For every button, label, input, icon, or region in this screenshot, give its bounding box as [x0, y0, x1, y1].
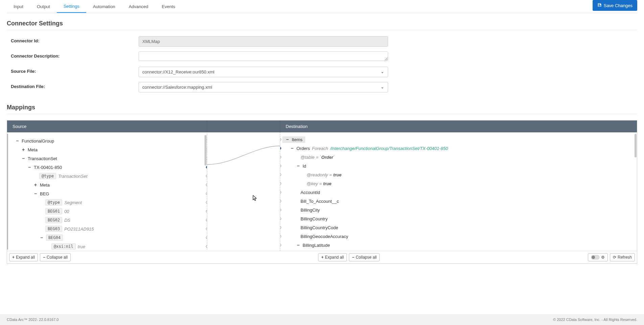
- tab-settings[interactable]: Settings: [57, 0, 86, 13]
- mapping-connector-area: [207, 132, 280, 251]
- save-label: Save Changes: [604, 3, 633, 8]
- source-header: Source: [7, 121, 207, 132]
- collapse-icon[interactable]: [296, 164, 301, 168]
- attr-type-value: TransactionSet: [58, 174, 87, 179]
- expand-all-dst-button[interactable]: +Expand all: [318, 253, 347, 261]
- collapse-all-dst-button[interactable]: −Collapse all: [349, 253, 380, 261]
- collapse-all-src-button[interactable]: −Collapse all: [40, 253, 71, 261]
- tab-events[interactable]: Events: [155, 1, 182, 13]
- source-file-field[interactable]: [139, 67, 388, 77]
- tree-node-transactionset[interactable]: TransactionSet: [28, 156, 57, 161]
- tree-node-beg[interactable]: BEG: [40, 191, 49, 196]
- save-changes-button[interactable]: Save Changes: [593, 0, 637, 11]
- beg03-value: PO2311AD915: [64, 226, 94, 232]
- tab-bar: Input Output Settings Automation Advance…: [7, 0, 637, 13]
- attr-xsi-nil[interactable]: @xsi:nil: [51, 243, 76, 250]
- tree-node-tx[interactable]: TX-00401-850: [34, 165, 62, 170]
- dest-file-label: Destination File:: [7, 82, 139, 89]
- beg02-value: DS: [64, 218, 70, 223]
- connector-desc-label: Connector Description:: [7, 51, 139, 59]
- tab-output[interactable]: Output: [30, 1, 57, 13]
- scrollbar[interactable]: [205, 135, 207, 166]
- collapse-icon[interactable]: [33, 191, 38, 196]
- source-file-label: Source File:: [7, 67, 139, 74]
- tab-advanced[interactable]: Advanced: [122, 1, 155, 13]
- gear-icon: ⚙: [601, 255, 605, 260]
- scrollbar[interactable]: [635, 134, 637, 157]
- destination-header: Destination: [280, 121, 637, 132]
- tree-node-billingcountrycode[interactable]: BillingCountryCode: [301, 225, 338, 230]
- connector-id-label: Connector Id:: [7, 36, 139, 43]
- beg01-value: 00: [64, 209, 69, 214]
- attr-type[interactable]: @type: [45, 199, 62, 205]
- theme-toggle[interactable]: ⚙: [588, 253, 608, 261]
- tree-node-billingcountry[interactable]: BillingCountry: [301, 216, 328, 221]
- refresh-icon: ⟳: [613, 255, 616, 260]
- tab-input[interactable]: Input: [7, 1, 30, 13]
- expand-icon[interactable]: [21, 147, 26, 152]
- save-icon: [597, 3, 602, 8]
- expand-icon[interactable]: [33, 182, 38, 187]
- foreach-label: Foreach: [312, 146, 328, 151]
- mapping-panel: Source Destination FunctionalGroup Meta …: [7, 120, 637, 264]
- foreach-path: /Interchange/FunctionalGroup/Transaction…: [330, 146, 448, 151]
- tree-node-billinggeocode[interactable]: BillingGeocodeAccuracy: [301, 234, 348, 239]
- collapse-icon[interactable]: [39, 235, 44, 240]
- xsi-nil-value: true: [78, 244, 85, 249]
- collapse-icon[interactable]: [285, 137, 290, 142]
- connector-settings-title: Connector Settings: [7, 13, 637, 30]
- collapse-icon[interactable]: [21, 156, 26, 161]
- tree-node-orders[interactable]: Orders: [296, 146, 310, 151]
- mappings-title: Mappings: [7, 97, 637, 114]
- collapse-icon[interactable]: [290, 146, 294, 151]
- tree-node-billinglatitude[interactable]: BillingLatitude: [303, 243, 330, 248]
- tree-node-id[interactable]: Id: [303, 164, 306, 169]
- tree-node-meta2[interactable]: Meta: [40, 182, 50, 188]
- tree-node-billtoaccount[interactable]: Bill_To_Account__c: [301, 199, 339, 204]
- connector-id-field: [139, 36, 388, 47]
- attr-type-value: Segment: [64, 200, 82, 205]
- collapse-icon[interactable]: [15, 138, 20, 143]
- attr-table: @table: [301, 155, 314, 160]
- tree-node-beg01[interactable]: BEG01: [45, 208, 62, 214]
- tree-node-beg04[interactable]: BEG04: [46, 235, 63, 241]
- attr-key: @key: [307, 181, 318, 186]
- tree-node-beg02[interactable]: BEG02: [45, 217, 62, 223]
- collapse-icon[interactable]: [27, 165, 32, 170]
- attr-readonly-value: true: [333, 172, 342, 177]
- destination-tree[interactable]: Items OrdersForeach/Interchange/Function…: [280, 132, 637, 251]
- tree-node-functionalgroup[interactable]: FunctionalGroup: [22, 138, 54, 144]
- attr-type[interactable]: @type: [39, 173, 56, 179]
- dest-file-field[interactable]: [139, 82, 388, 92]
- refresh-button[interactable]: ⟳Refresh: [610, 253, 635, 261]
- attr-table-value: Order: [321, 155, 333, 160]
- attr-readonly: @readonly: [307, 172, 328, 177]
- expand-all-src-button[interactable]: +Expand all: [9, 253, 38, 261]
- connector-desc-field[interactable]: [139, 51, 388, 61]
- source-tree[interactable]: FunctionalGroup Meta TransactionSet TX-0…: [7, 134, 207, 250]
- tree-node-items[interactable]: Items: [292, 137, 303, 142]
- mapping-footer: +Expand all −Collapse all +Expand all −C…: [7, 251, 637, 263]
- attr-key-value: true: [323, 181, 332, 186]
- tree-node-meta[interactable]: Meta: [28, 147, 38, 152]
- tree-node-accountid[interactable]: AccountId: [301, 190, 320, 195]
- collapse-icon[interactable]: [296, 243, 301, 247]
- tree-node-beg03[interactable]: BEG03: [45, 226, 62, 232]
- tree-node-billingcity[interactable]: BillingCity: [301, 208, 320, 213]
- tab-automation[interactable]: Automation: [86, 1, 122, 13]
